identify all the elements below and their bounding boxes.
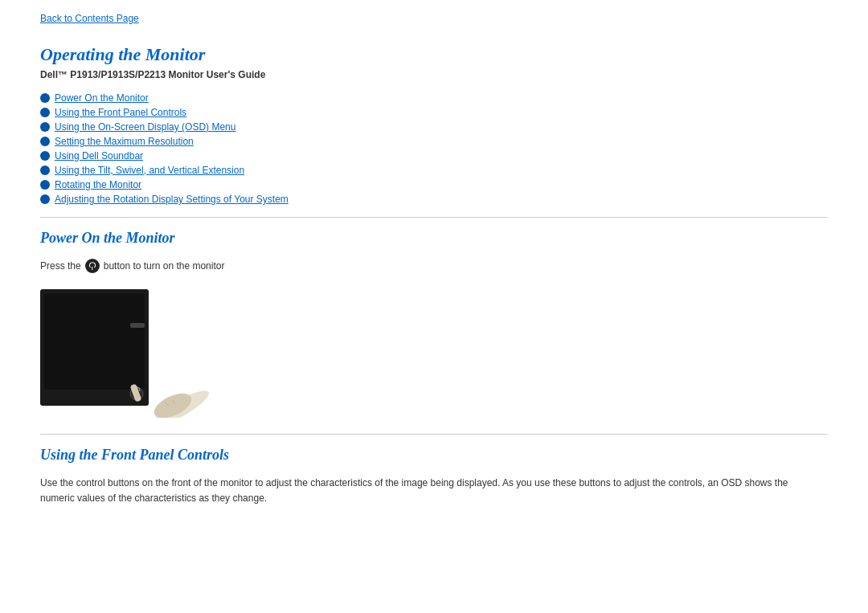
toc-bullet-icon — [40, 166, 50, 175]
svg-rect-1 — [44, 293, 145, 390]
svg-rect-2 — [130, 323, 145, 328]
front-panel-body: Use the control buttons on the front of … — [40, 476, 812, 506]
toc-item: Rotating the Monitor — [40, 179, 828, 190]
power-button-icon — [85, 259, 100, 273]
monitor-illustration — [40, 289, 225, 418]
toc-link-1[interactable]: Using the Front Panel Controls — [55, 107, 186, 118]
toc-bullet-icon — [40, 93, 50, 103]
toc-bullet-icon — [40, 180, 50, 190]
toc-bullet-icon — [40, 151, 50, 161]
toc-bullet-icon — [40, 137, 50, 146]
back-to-contents-link[interactable]: Back to Contents Page — [40, 13, 139, 24]
monitor-illustration-container — [40, 289, 225, 418]
power-on-section-title: Power On the Monitor — [40, 230, 828, 247]
toc-link-7[interactable]: Adjusting the Rotation Display Settings … — [55, 194, 289, 205]
toc-list: Power On the MonitorUsing the Front Pane… — [40, 92, 828, 205]
front-panel-section-title: Using the Front Panel Controls — [40, 447, 828, 464]
toc-link-0[interactable]: Power On the Monitor — [55, 92, 149, 104]
toc-bullet-icon — [40, 108, 50, 117]
subtitle: Dell™ P1913/P1913S/P2213 Monitor User's … — [40, 69, 828, 80]
toc-link-2[interactable]: Using the On-Screen Display (OSD) Menu — [55, 121, 235, 133]
toc-link-4[interactable]: Using Dell Soundbar — [55, 150, 143, 161]
power-on-instruction: Press the button to turn on the monitor — [40, 259, 828, 273]
toc-item: Adjusting the Rotation Display Settings … — [40, 194, 828, 205]
toc-bullet-icon — [40, 122, 50, 132]
toc-item: Using Dell Soundbar — [40, 150, 828, 161]
section-divider-2 — [40, 434, 828, 435]
toc-item: Using the On-Screen Display (OSD) Menu — [40, 121, 828, 133]
section-divider-1 — [40, 217, 828, 218]
toc-bullet-icon — [40, 194, 50, 204]
svg-point-6 — [150, 389, 194, 418]
toc-item: Using the Tilt, Swivel, and Vertical Ext… — [40, 165, 828, 176]
toc-link-6[interactable]: Rotating the Monitor — [55, 179, 141, 190]
toc-item: Setting the Maximum Resolution — [40, 136, 828, 147]
toc-item: Using the Front Panel Controls — [40, 107, 828, 118]
toc-link-3[interactable]: Setting the Maximum Resolution — [55, 136, 194, 147]
page-title: Operating the Monitor — [40, 44, 828, 65]
toc-item: Power On the Monitor — [40, 92, 828, 104]
toc-link-5[interactable]: Using the Tilt, Swivel, and Vertical Ext… — [55, 165, 244, 176]
